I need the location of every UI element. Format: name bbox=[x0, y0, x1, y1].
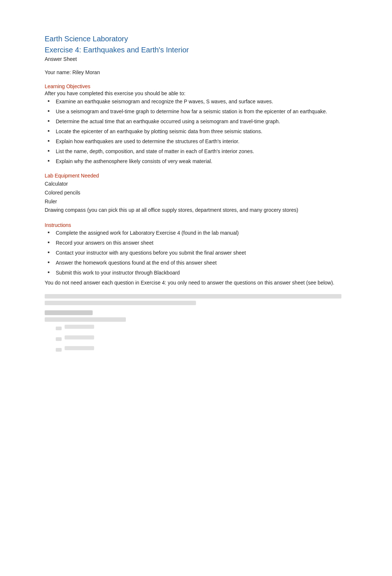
bullet-icon: ■ bbox=[45, 158, 53, 162]
student-name-line: Your name: Riley Moran bbox=[45, 69, 347, 75]
list-item-text: Record your answers on this answer sheet bbox=[56, 239, 347, 247]
list-item: ■ Locate the epicenter of an earthquake … bbox=[45, 128, 347, 135]
learning-objectives-intro: After you have completed this exercise y… bbox=[45, 90, 347, 96]
blurred-bullet bbox=[56, 327, 62, 330]
lab-equipment-title: Lab Equipment Needed bbox=[45, 173, 347, 179]
instructions-footer: You do not need answer each question in … bbox=[45, 279, 347, 287]
bullet-icon: ■ bbox=[45, 128, 53, 132]
blurred-line bbox=[45, 301, 196, 305]
blurred-heading bbox=[45, 310, 93, 315]
bullet-icon: ■ bbox=[45, 148, 53, 152]
list-item: ■ Contact your instructor with any quest… bbox=[45, 249, 347, 257]
list-item: ■ Complete the assigned work for Laborat… bbox=[45, 229, 347, 237]
instructions-title: Instructions bbox=[45, 222, 347, 228]
list-item-text: Use a seismogram and travel-time graph t… bbox=[56, 108, 347, 115]
main-title-line1: Earth Science Laboratory bbox=[45, 33, 347, 44]
blurred-item bbox=[65, 335, 94, 339]
list-item-text: Determine the actual time that an earthq… bbox=[56, 118, 347, 125]
bullet-icon: ■ bbox=[45, 108, 53, 113]
list-item-text: Complete the assigned work for Laborator… bbox=[56, 229, 347, 237]
list-item: ■ Determine the actual time that an eart… bbox=[45, 118, 347, 125]
equipment-item: Calculator bbox=[45, 180, 347, 189]
title-block: Earth Science Laboratory Exercise 4: Ear… bbox=[45, 33, 347, 62]
list-item-text: Answer the homework questions found at t… bbox=[56, 259, 347, 267]
list-item-text: Explain why the asthenosphere likely con… bbox=[56, 158, 347, 165]
learning-objectives-section: Learning Objectives After you have compl… bbox=[45, 83, 347, 165]
list-item-text: Examine an earthquake seismogram and rec… bbox=[56, 98, 347, 106]
blurred-line bbox=[45, 317, 126, 322]
answer-sheet-label: Answer Sheet bbox=[45, 56, 347, 62]
blurred-bullet bbox=[56, 348, 62, 352]
list-item: ■ List the name, depth, composition, and… bbox=[45, 148, 347, 155]
bullet-icon: ■ bbox=[45, 98, 53, 103]
list-item: ■ Answer the homework questions found at… bbox=[45, 259, 347, 267]
blurred-line bbox=[45, 294, 341, 299]
blurred-item bbox=[65, 346, 94, 350]
lab-equipment-section: Lab Equipment Needed Calculator Colored … bbox=[45, 173, 347, 215]
list-item: ■ Use a seismogram and travel-time graph… bbox=[45, 108, 347, 115]
equipment-item: Drawing compass (you can pick this up at… bbox=[45, 206, 347, 215]
student-name-value: Riley Moran bbox=[72, 69, 100, 75]
list-item: ■ Record your answers on this answer she… bbox=[45, 239, 347, 247]
your-name-label: Your name: bbox=[45, 69, 71, 75]
list-item: ■ Examine an earthquake seismogram and r… bbox=[45, 98, 347, 106]
bullet-icon: ■ bbox=[45, 118, 53, 123]
equipment-list: Calculator Colored pencils Ruler Drawing… bbox=[45, 180, 347, 215]
equipment-item: Colored pencils bbox=[45, 189, 347, 197]
main-title-line2: Exercise 4: Earthquakes and Earth's Inte… bbox=[45, 44, 347, 55]
page-container: Earth Science Laboratory Exercise 4: Ear… bbox=[37, 0, 355, 386]
bullet-icon: ■ bbox=[45, 229, 53, 234]
instructions-section: Instructions ■ Complete the assigned wor… bbox=[45, 222, 347, 287]
list-item-text: List the name, depth, composition, and s… bbox=[56, 148, 347, 155]
bullet-icon: ■ bbox=[45, 269, 53, 274]
instructions-list: ■ Complete the assigned work for Laborat… bbox=[45, 229, 347, 277]
list-item-text: Contact your instructor with any questio… bbox=[56, 249, 347, 257]
list-item: ■ Explain how earthquakes are used to de… bbox=[45, 138, 347, 145]
equipment-item: Ruler bbox=[45, 197, 347, 206]
learning-objectives-list: ■ Examine an earthquake seismogram and r… bbox=[45, 98, 347, 165]
blurred-bullet bbox=[56, 337, 62, 341]
list-item-text: Locate the epicenter of an earthquake by… bbox=[56, 128, 347, 135]
list-item: ■ Submit this work to your instructor th… bbox=[45, 269, 347, 277]
blurred-item bbox=[65, 325, 94, 329]
list-item-text: Explain how earthquakes are used to dete… bbox=[56, 138, 347, 145]
bullet-icon: ■ bbox=[45, 259, 53, 264]
learning-objectives-title: Learning Objectives bbox=[45, 83, 347, 89]
list-item-text: Submit this work to your instructor thro… bbox=[56, 269, 347, 277]
bullet-icon: ■ bbox=[45, 138, 53, 142]
list-item: ■ Explain why the asthenosphere likely c… bbox=[45, 158, 347, 165]
blurred-section bbox=[45, 294, 347, 353]
bullet-icon: ■ bbox=[45, 239, 53, 244]
bullet-icon: ■ bbox=[45, 249, 53, 254]
